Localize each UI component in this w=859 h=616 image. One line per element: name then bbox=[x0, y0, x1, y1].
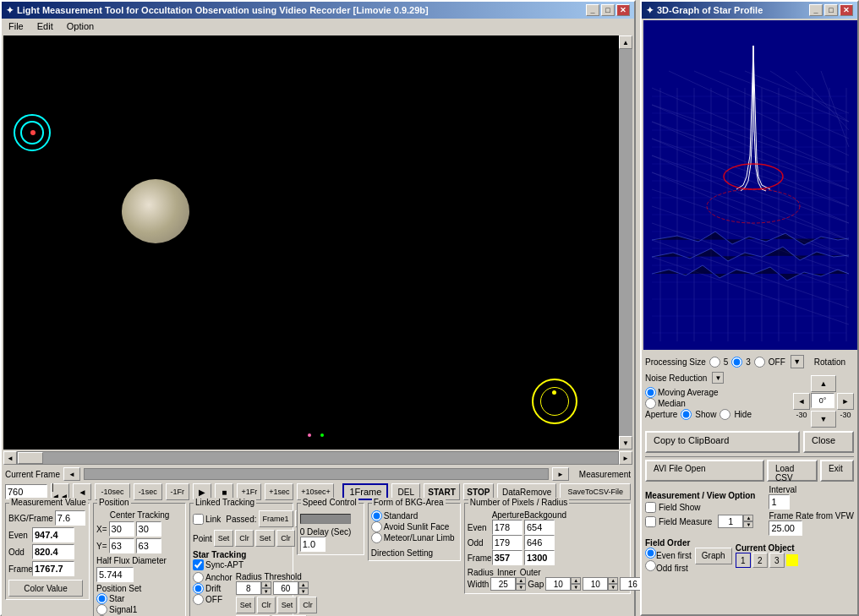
radius-input[interactable] bbox=[236, 581, 261, 595]
size3-radio[interactable] bbox=[731, 357, 742, 368]
frame1-linked-btn[interactable]: Frame1 bbox=[259, 510, 293, 527]
clr1-linked-btn[interactable]: Clr bbox=[235, 530, 254, 547]
star-radio[interactable] bbox=[96, 593, 107, 604]
sync-apt-check[interactable] bbox=[193, 559, 204, 570]
even-apt-input[interactable] bbox=[492, 520, 523, 535]
even-bkg-input[interactable] bbox=[524, 520, 555, 535]
clr2-linked-btn[interactable]: Clr bbox=[276, 530, 295, 547]
menu-file[interactable]: File bbox=[5, 20, 27, 32]
width-down[interactable]: ▼ bbox=[516, 584, 526, 591]
odd-apt-input[interactable] bbox=[492, 535, 523, 550]
field-measure-check[interactable] bbox=[645, 516, 656, 527]
frame-scroll-right[interactable]: ► bbox=[552, 467, 569, 481]
rot-down-btn[interactable]: ▼ bbox=[811, 411, 836, 428]
exit-btn[interactable]: Exit bbox=[820, 460, 854, 482]
noise-arrow[interactable]: ▼ bbox=[712, 372, 724, 384]
set2-linked-btn[interactable]: Set bbox=[255, 530, 276, 547]
radius-up[interactable]: ▲ bbox=[261, 581, 271, 588]
minus1fr-btn[interactable]: -1Fr bbox=[166, 483, 189, 500]
graph-maximize-btn[interactable]: □ bbox=[824, 4, 838, 16]
graph-minimize-btn[interactable]: _ bbox=[809, 4, 823, 16]
plus1sec-btn[interactable]: +1sec bbox=[265, 483, 293, 500]
hide-radio[interactable] bbox=[719, 409, 730, 420]
set2-track-btn[interactable]: Set bbox=[277, 597, 298, 613]
inner-spin-input[interactable] bbox=[583, 577, 608, 591]
even-first-radio[interactable] bbox=[645, 548, 656, 559]
frame-bkg-input[interactable] bbox=[524, 550, 555, 565]
interval-input[interactable] bbox=[769, 494, 790, 510]
maximize-btn[interactable]: □ bbox=[601, 4, 615, 16]
menu-edit[interactable]: Edit bbox=[34, 20, 57, 32]
off-track-radio[interactable] bbox=[193, 594, 204, 605]
link-checkbox[interactable] bbox=[193, 514, 204, 525]
gap-up[interactable]: ▲ bbox=[571, 577, 581, 584]
threshold-down[interactable]: ▼ bbox=[298, 588, 309, 595]
proc-arrow-btn[interactable]: ▼ bbox=[791, 355, 804, 368]
field-measure-down[interactable]: ▼ bbox=[743, 521, 753, 528]
copy-clipboard-btn[interactable]: Copy to ClipBoard bbox=[645, 431, 800, 453]
avi-open-btn[interactable]: AVI File Open bbox=[645, 460, 764, 482]
rot-up-btn[interactable]: ▲ bbox=[811, 375, 836, 392]
show-radio[interactable] bbox=[681, 409, 692, 420]
obj2-btn[interactable]: 2 bbox=[752, 553, 768, 568]
gap-spin-input[interactable] bbox=[545, 577, 571, 591]
size5-radio[interactable] bbox=[709, 357, 720, 368]
color-value-btn[interactable]: Color Value bbox=[8, 580, 83, 597]
menu-option[interactable]: Option bbox=[63, 20, 97, 32]
set-track-btn[interactable]: Set bbox=[236, 597, 256, 613]
inner-down[interactable]: ▼ bbox=[608, 584, 618, 591]
anchor-radio[interactable] bbox=[193, 572, 204, 583]
proc-off-radio[interactable] bbox=[754, 357, 765, 368]
h-scrollbar[interactable]: ◄ ► bbox=[3, 451, 632, 465]
frame-apt-input[interactable] bbox=[492, 550, 523, 565]
moving-avg-radio[interactable] bbox=[645, 387, 656, 398]
rot-left-btn[interactable]: ◄ bbox=[793, 393, 810, 410]
clr2-track-btn[interactable]: Clr bbox=[298, 597, 317, 613]
frame-value-input[interactable] bbox=[32, 561, 74, 576]
x2-input[interactable] bbox=[136, 521, 161, 537]
load-csv-btn[interactable]: Load CSV bbox=[767, 460, 818, 482]
even-value-input[interactable] bbox=[32, 527, 74, 542]
scroll-left-btn[interactable]: ◄ bbox=[3, 451, 17, 465]
median-radio[interactable] bbox=[645, 398, 656, 409]
close-btn[interactable]: ✕ bbox=[616, 4, 630, 16]
radius-spin[interactable]: ▲ ▼ bbox=[236, 581, 271, 595]
right-scrollbar[interactable]: ▲ ▼ bbox=[619, 35, 632, 450]
graph-btn[interactable]: Graph bbox=[695, 548, 732, 564]
clr-track-btn[interactable]: Clr bbox=[257, 597, 276, 613]
threshold-spin[interactable]: ▲ ▼ bbox=[273, 581, 309, 595]
frame-scroll-left[interactable]: ◄ bbox=[63, 467, 80, 481]
signal1-radio[interactable] bbox=[96, 604, 107, 615]
radius-down[interactable]: ▼ bbox=[261, 588, 271, 595]
rot-val-input[interactable] bbox=[811, 393, 834, 408]
inner-up[interactable]: ▲ bbox=[608, 577, 618, 584]
field-measure-up[interactable]: ▲ bbox=[743, 515, 753, 521]
close-graph-btn[interactable]: Close bbox=[803, 431, 854, 453]
width-spin-input[interactable] bbox=[490, 577, 516, 591]
width-up[interactable]: ▲ bbox=[516, 577, 526, 584]
minimize-btn[interactable]: _ bbox=[586, 4, 599, 16]
y-input[interactable] bbox=[109, 538, 134, 553]
odd-value-input[interactable] bbox=[32, 544, 74, 559]
field-measure-input[interactable] bbox=[718, 515, 743, 528]
odd-first-radio[interactable] bbox=[645, 560, 656, 571]
speed-slider[interactable] bbox=[300, 514, 351, 524]
save-csv-btn[interactable]: SaveToCSV-File bbox=[560, 483, 631, 500]
graph-close-btn[interactable]: ✕ bbox=[840, 4, 853, 16]
hfd-input[interactable] bbox=[96, 567, 134, 582]
y2-input[interactable] bbox=[136, 538, 161, 553]
rot-right-btn[interactable]: ► bbox=[837, 393, 854, 410]
drift-radio[interactable] bbox=[193, 583, 204, 594]
bkg-frame-input[interactable] bbox=[55, 510, 85, 526]
standard-radio[interactable] bbox=[371, 510, 382, 521]
minus1sec-btn[interactable]: -1sec bbox=[134, 483, 162, 500]
avoid-sunlit-radio[interactable] bbox=[371, 521, 382, 532]
obj1-btn[interactable]: 1 bbox=[736, 553, 751, 568]
scroll-right-btn[interactable]: ► bbox=[619, 451, 632, 465]
gap-down[interactable]: ▼ bbox=[571, 584, 581, 591]
odd-bkg-input[interactable] bbox=[524, 535, 555, 550]
scroll-down-btn[interactable]: ▼ bbox=[619, 436, 632, 450]
threshold-up[interactable]: ▲ bbox=[298, 581, 309, 588]
obj3-btn[interactable]: 3 bbox=[769, 553, 785, 568]
field-show-check[interactable] bbox=[645, 502, 656, 513]
